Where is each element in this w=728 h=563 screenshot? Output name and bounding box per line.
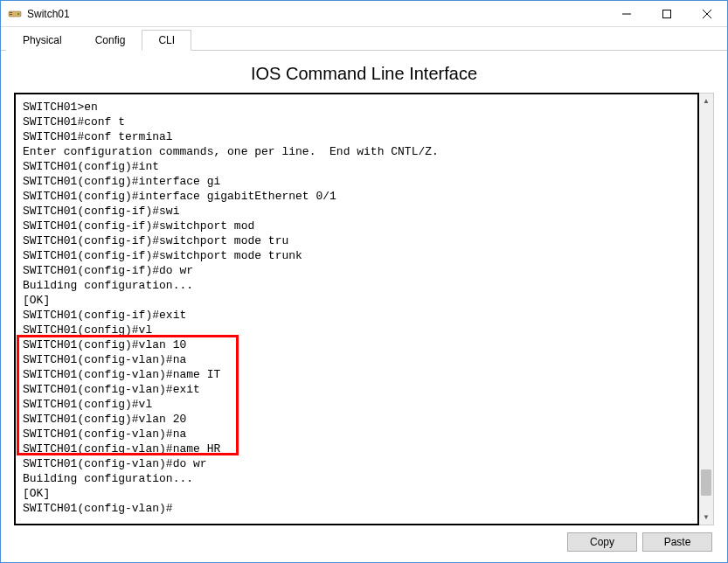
tab-bar: Physical Config CLI bbox=[1, 27, 727, 51]
svg-point-3 bbox=[17, 13, 19, 15]
terminal-output[interactable]: SWITCH01>en SWITCH01#conf t SWITCH01#con… bbox=[14, 93, 699, 525]
terminal-scrollbar[interactable]: ▲ ▼ bbox=[699, 93, 714, 525]
app-window: Switch01 Physical Config CLI IOS Command… bbox=[0, 0, 728, 563]
cli-heading: IOS Command Line Interface bbox=[14, 64, 714, 84]
button-row: Copy Paste bbox=[14, 525, 714, 553]
titlebar: Switch01 bbox=[1, 1, 727, 27]
app-icon bbox=[8, 7, 22, 21]
maximize-button[interactable] bbox=[647, 1, 687, 26]
scroll-up-arrow[interactable]: ▲ bbox=[699, 94, 713, 108]
close-button[interactable] bbox=[687, 1, 727, 26]
window-controls bbox=[607, 1, 727, 26]
svg-rect-1 bbox=[10, 12, 12, 13]
scroll-down-arrow[interactable]: ▼ bbox=[699, 510, 713, 525]
paste-button[interactable]: Paste bbox=[642, 532, 712, 552]
svg-rect-5 bbox=[663, 10, 671, 17]
tab-cli[interactable]: CLI bbox=[142, 30, 191, 51]
window-title: Switch01 bbox=[27, 8, 607, 20]
content-area: IOS Command Line Interface SWITCH01>en S… bbox=[1, 51, 727, 562]
svg-rect-2 bbox=[10, 14, 12, 15]
terminal-wrapper: SWITCH01>en SWITCH01#conf t SWITCH01#con… bbox=[14, 93, 714, 525]
tab-physical[interactable]: Physical bbox=[6, 30, 79, 51]
copy-button[interactable]: Copy bbox=[567, 532, 637, 552]
tab-config[interactable]: Config bbox=[79, 30, 142, 51]
minimize-button[interactable] bbox=[607, 1, 647, 26]
scroll-thumb[interactable] bbox=[701, 469, 711, 496]
